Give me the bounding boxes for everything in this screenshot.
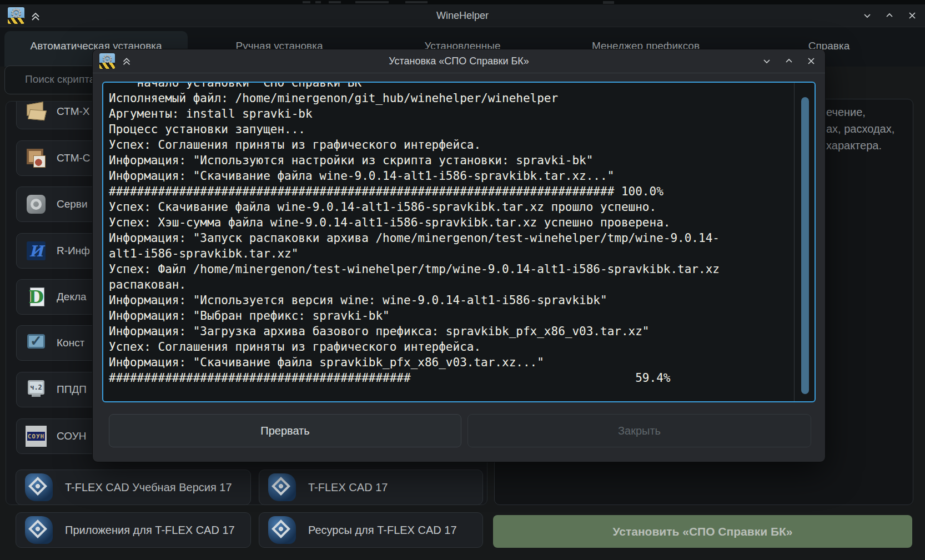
console-log-line: Информация: "Используются настройки из с…	[109, 153, 791, 168]
console-log-line: Информация: "Загрузка архива базового пр…	[109, 324, 791, 339]
script-app-icon	[26, 286, 47, 307]
install-button[interactable]: Установить «СПО Справки БК»	[493, 515, 912, 548]
dialog-close-button[interactable]	[805, 55, 817, 67]
script-app-icon	[26, 148, 47, 169]
console-log-line: Информация: "Скачивание файла spravkibk_…	[109, 355, 791, 370]
console-log-line: Информация: "Запуск распаковки архива /h…	[109, 230, 791, 246]
window-edge-fragment	[355, 1, 389, 3]
script-app-icon	[26, 240, 47, 261]
script-app-icon	[26, 194, 47, 215]
script-label: Конст	[57, 337, 84, 349]
script-label: ППДП	[57, 384, 87, 396]
console-log-line: ########################################…	[109, 370, 791, 386]
console-scrollbar-thumb[interactable]	[801, 97, 809, 394]
console-scrollbar-track	[794, 83, 795, 401]
description-text-fragment: ах, расходах,	[826, 120, 894, 137]
console-log-line: Успех: Файл /home/minergenon/test-winehe…	[109, 261, 791, 277]
script-app-icon	[26, 379, 47, 400]
description-text-fragment: характера.	[826, 137, 882, 154]
console-log-line: alt1-i586-spravkibk.tar.xz"	[109, 246, 791, 261]
script-label: Декла	[57, 291, 87, 303]
script-list-item[interactable]: T-FLEX CAD 17	[259, 470, 483, 505]
console-log-line: Процесс установки запущен...	[109, 122, 791, 137]
abort-button[interactable]: Прервать	[109, 414, 461, 447]
console-log-line: Информация: "Выбран префикс: spravki-bk"	[109, 308, 791, 324]
script-app-icon	[26, 426, 47, 447]
script-list-item[interactable]: Приложения для T-FLEX CAD 17	[16, 512, 251, 548]
script-list-item[interactable]: Ресурсы для T-FLEX CAD 17	[259, 512, 483, 548]
window-edge-fragment	[405, 1, 428, 3]
maximize-button[interactable]	[883, 9, 896, 22]
console-log-line: Информация: "Скачивание файла wine-9.0.1…	[109, 168, 791, 184]
console-log-line: Информация: "Используется версия wine: w…	[109, 292, 791, 308]
script-app-icon	[24, 472, 54, 502]
install-dialog: Установка «СПО Справки БК» начало устано…	[92, 49, 826, 462]
script-label: R-Инф	[57, 245, 90, 257]
script-app-icon	[24, 515, 54, 545]
close-button[interactable]	[906, 9, 918, 22]
script-app-icon	[26, 101, 47, 122]
script-label: СОУН	[57, 430, 86, 442]
window-edge-fragment	[603, 1, 614, 4]
description-text-fragment: ечение,	[826, 104, 866, 120]
window-edge-fragment	[303, 1, 310, 3]
minimize-button[interactable]	[861, 9, 873, 22]
console-log-line: ########################################…	[109, 184, 791, 199]
dialog-minimize-button[interactable]	[761, 55, 773, 67]
script-app-icon	[267, 472, 297, 502]
main-titlebar: WineHelper	[0, 4, 925, 27]
window-title: WineHelper	[0, 4, 925, 27]
install-log-console[interactable]: начало установки "СПО Справки БК"Исполня…	[102, 82, 816, 402]
console-log-line: Успех: Соглашения приняты из графическог…	[109, 137, 791, 153]
console-log-line: Исполняемый файл: /home/minergenon/git_h…	[109, 90, 791, 106]
script-label: Серви	[57, 198, 88, 210]
script-label: Ресурсы для T-FLEX CAD 17	[308, 524, 457, 537]
script-label: СТМ-Х	[57, 105, 90, 118]
console-log-line: Успех: Соглашения приняты из графическог…	[109, 339, 791, 355]
dialog-maximize-button[interactable]	[783, 55, 795, 67]
desktop: WineHelper Автоматическая установкаРучна…	[0, 0, 925, 560]
background-window-edge	[0, 0, 925, 4]
script-app-icon	[26, 332, 47, 354]
console-log-line: Успех: Скачивание файла wine-9.0.14-alt1…	[109, 199, 791, 215]
script-label: Приложения для T-FLEX CAD 17	[65, 524, 235, 537]
close-dialog-button[interactable]: Закрыть	[467, 414, 811, 447]
script-label: T-FLEX CAD Учебная Версия 17	[65, 481, 232, 494]
window-edge-fragment	[329, 1, 341, 3]
script-app-icon	[267, 515, 297, 545]
console-log-line: начало установки "СПО Справки БК"	[109, 82, 791, 90]
console-log-line: Успех: Хэш-сумма файла wine-9.0.14-alt1-…	[109, 215, 791, 230]
script-list-item[interactable]: T-FLEX CAD Учебная Версия 17	[16, 470, 251, 505]
console-log-text: начало установки "СПО Справки БК"Исполня…	[109, 82, 791, 386]
window-edge-fragment	[315, 1, 321, 3]
console-log-line: распакован.	[109, 277, 791, 292]
dialog-title: Установка «СПО Справки БК»	[93, 49, 825, 73]
script-label: СТМ-С	[57, 152, 91, 164]
dialog-titlebar: Установка «СПО Справки БК»	[93, 49, 825, 73]
console-log-line: Аргументы: install spravki-bk	[109, 106, 791, 122]
script-label: T-FLEX CAD 17	[308, 481, 388, 494]
